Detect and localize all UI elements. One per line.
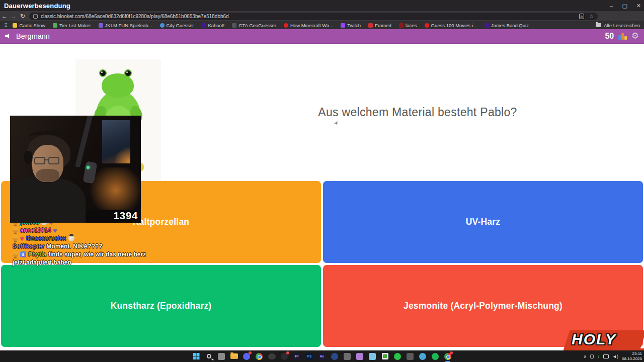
blue-swoosh-app-icon[interactable]: [331, 352, 339, 360]
bookmark-item[interactable]: JKLM.FUN Spieleab...: [99, 23, 152, 28]
answer-button-2[interactable]: UV-Harz: [323, 181, 643, 263]
bookmark-item[interactable]: faces: [399, 23, 417, 28]
tray-chevron-icon[interactable]: ∧: [583, 354, 587, 359]
start-icon[interactable]: [192, 352, 200, 360]
trophy-badge-icon: [13, 236, 18, 241]
bookmark-item[interactable]: Framed: [368, 23, 391, 28]
chat-username: l3nasauruslex: [26, 235, 66, 242]
bookmark-label: faces: [406, 23, 417, 28]
bookmark-label: Gartic Show: [19, 23, 45, 28]
window-titlebar: Dauerwerbesendung – ▢ ✕: [0, 0, 644, 11]
search-icon[interactable]: [205, 352, 213, 360]
bookmark-favicon: [99, 23, 103, 28]
bookmark-item[interactable]: GTA GeoGuesser: [232, 23, 276, 28]
chat-username: Soffikopter: [13, 243, 44, 250]
task-view-icon[interactable]: [217, 352, 225, 360]
minecraft-icon[interactable]: [381, 352, 389, 360]
photoshop-icon[interactable]: Ps: [305, 352, 313, 360]
trophy-badge-icon: [13, 228, 18, 233]
tray-mouse-icon[interactable]: [590, 354, 594, 359]
chrome-icon[interactable]: [255, 352, 263, 360]
translate-icon[interactable]: a: [579, 14, 584, 19]
bookmarks-list: Gartic ShowTier List MakerJKLM.FUN Spiel…: [13, 23, 536, 28]
forward-icon[interactable]: →: [9, 13, 18, 20]
bookmark-label: Tier List Maker: [59, 23, 91, 28]
camera-app-icon[interactable]: [268, 352, 276, 360]
chat-message-continuation: jetzt adaptiert haben: [13, 258, 179, 266]
maximize-button[interactable]: ▢: [622, 3, 627, 9]
movie-poster: [102, 120, 131, 164]
bookmark-item[interactable]: Kahoot!: [201, 23, 224, 28]
bookmark-item[interactable]: Twitch: [341, 23, 361, 28]
address-bar[interactable]: classic.blooket.com/68e6ace0d632d6f0f1c9…: [29, 13, 598, 20]
chat-message: anne13914 ♥: [13, 226, 179, 234]
bookmark-label: How Minecraft Wa...: [290, 23, 333, 28]
close-button[interactable]: ✕: [636, 3, 641, 9]
bookmark-label: Framed: [375, 23, 391, 28]
settings-gear-icon[interactable]: ⚙: [631, 32, 639, 40]
bookmark-label: Twitch: [347, 23, 361, 28]
bookmark-favicon: [53, 23, 57, 28]
gray-app-icon[interactable]: [343, 352, 351, 360]
bookmark-label: City Guesser: [167, 23, 194, 28]
bookmark-favicon: [232, 23, 236, 28]
bookmark-item[interactable]: James Bond Quiz: [485, 23, 529, 28]
chat-text: Moment. NIKA????: [46, 243, 102, 250]
obs-studio-icon[interactable]: [280, 352, 288, 360]
folder-icon: [596, 23, 601, 27]
bookmark-item[interactable]: Gartic Show: [13, 23, 45, 28]
bookmark-favicon: [485, 23, 489, 28]
glasses: [34, 157, 45, 164]
tray-speaker-icon[interactable]: ◄): [612, 354, 618, 359]
reload-icon[interactable]: ↻: [18, 13, 27, 20]
red-heart-badge-icon: ♥: [20, 235, 24, 242]
bookmark-star-icon[interactable]: ☆: [589, 14, 594, 19]
green-app-icon[interactable]: [393, 352, 401, 360]
bookmark-favicon: [201, 23, 206, 28]
tray-download-icon[interactable]: ↓: [597, 353, 600, 359]
purple-heart-emote-icon: ♥: [53, 227, 57, 234]
after-effects-icon[interactable]: Ae: [318, 352, 326, 360]
utility-app-icon[interactable]: [406, 352, 414, 360]
bookmark-label: James Bond Quiz: [491, 23, 529, 28]
chat-message: Soffikopter Moment. NIKA????: [13, 242, 179, 250]
teal-chat-app-icon[interactable]: [419, 352, 427, 360]
frog-head: [102, 73, 134, 98]
taskbar-icons: PrPsAe: [192, 350, 452, 362]
bookmark-item[interactable]: City Guesser: [160, 23, 194, 28]
host-name: Bergmann: [16, 32, 50, 40]
system-tray: ∧ ↓ ◄) 23:11 08.10.2025: [583, 350, 642, 362]
holy-brand-text: HOLY: [572, 331, 616, 348]
bookmark-item[interactable]: Guess 100 Movies i...: [425, 23, 477, 28]
photos-app-icon[interactable]: [368, 352, 376, 360]
bookmark-favicon: [160, 23, 165, 28]
chat-text: jetzt adaptiert haben: [13, 259, 71, 266]
url-text[interactable]: classic.blooket.com/68e6ace0d632d6f0f1c9…: [41, 14, 229, 19]
discord-icon[interactable]: [243, 352, 251, 360]
answer-button-3[interactable]: Kunstharz (Epoxidharz): [1, 265, 321, 347]
back-icon[interactable]: ←: [0, 13, 9, 20]
bookmark-favicon: [284, 23, 288, 28]
bookmark-favicon: [368, 23, 373, 28]
all-bookmarks-button[interactable]: Alle Lesezeichen: [596, 23, 640, 28]
bookmark-item[interactable]: How Minecraft Wa...: [284, 23, 333, 28]
volume-icon[interactable]: [5, 33, 12, 39]
file-explorer-icon[interactable]: [230, 352, 238, 360]
bookmarks-bar: ⠿ Gartic ShowTier List MakerJKLM.FUN Spi…: [0, 21, 644, 29]
webcam-overlay: 1394: [10, 116, 141, 223]
chat-message: ♥ l3nasauruslex: [13, 234, 179, 242]
chat-text: finds super, wie wir das neue herz: [48, 251, 146, 258]
site-icon: [33, 14, 38, 19]
purple-app-icon[interactable]: [356, 352, 364, 360]
browser-toolbar: ← → ↻ classic.blooket.com/68e6ace0d632d6…: [0, 11, 644, 21]
bookmark-item[interactable]: Tier List Maker: [53, 23, 91, 28]
spotify-icon[interactable]: [431, 352, 439, 360]
apps-grid-icon[interactable]: ⠿: [4, 23, 8, 28]
chrome-window-icon[interactable]: [444, 352, 452, 360]
leaderboard-chart-icon[interactable]: [618, 33, 627, 40]
premiere-pro-icon[interactable]: Pr: [293, 352, 301, 360]
minimize-button[interactable]: –: [610, 3, 613, 9]
tray-display-icon[interactable]: [603, 354, 609, 358]
taskbar-clock[interactable]: 23:11 08.10.2025: [622, 351, 642, 361]
bookmark-label: JKLM.FUN Spieleab...: [105, 23, 152, 28]
